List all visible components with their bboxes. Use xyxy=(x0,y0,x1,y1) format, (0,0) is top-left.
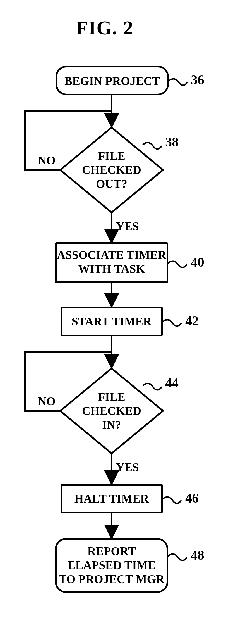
edge-no-1: NO xyxy=(38,154,56,167)
node-44-l3: IN? xyxy=(84,418,140,432)
node-42: START TIMER xyxy=(61,315,162,328)
node-48-l1: REPORT xyxy=(56,544,167,558)
edge-no-2: NO xyxy=(38,395,56,408)
node-40-l2: WITH TASK xyxy=(56,262,167,276)
ref-48: 48 xyxy=(191,547,204,563)
edge-yes-2: YES xyxy=(116,461,139,474)
node-38-l2: CHECKED xyxy=(78,163,146,177)
ref-40: 40 xyxy=(191,254,204,270)
node-40-l1: ASSOCIATE TIMER xyxy=(56,248,167,262)
node-48-l3: TO PROJECT MGR xyxy=(56,572,167,586)
node-44-l1: FILE xyxy=(84,390,140,404)
edge-yes-1: YES xyxy=(116,220,139,233)
node-44-l2: CHECKED xyxy=(78,404,146,418)
flowchart-figure: FIG. 2 xyxy=(0,0,238,644)
ref-38: 38 xyxy=(165,134,179,150)
node-38-l3: OUT? xyxy=(84,177,140,191)
node-38-l1: FILE xyxy=(84,149,140,163)
node-begin-project: BEGIN PROJECT xyxy=(56,74,168,88)
node-48-l2: ELAPSED TIME xyxy=(56,558,167,572)
ref-44: 44 xyxy=(165,375,179,390)
ref-46: 46 xyxy=(185,490,199,506)
node-46: HALT TIMER xyxy=(61,492,162,505)
ref-36: 36 xyxy=(191,72,204,87)
ref-42: 42 xyxy=(185,313,199,328)
